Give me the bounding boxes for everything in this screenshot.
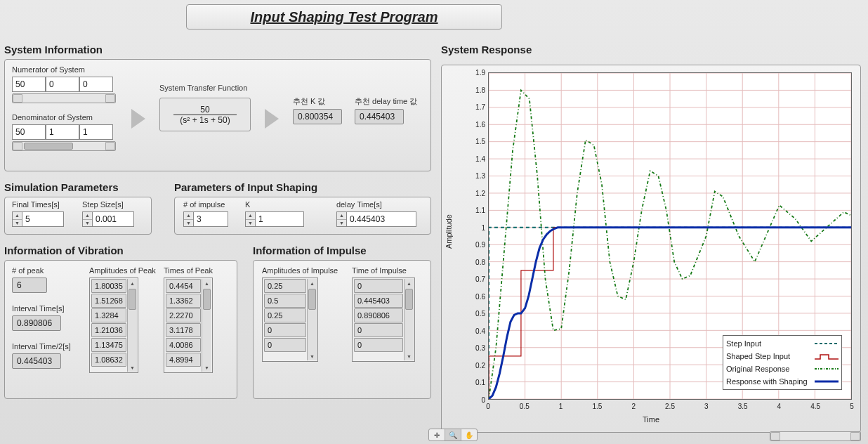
- numerator-0[interactable]: 50: [12, 77, 46, 92]
- transfer-function-display: 50 (s² + 1s + 50): [159, 98, 251, 131]
- time-imp-list[interactable]: 0 0.445403 0.890806 0 0: [352, 278, 415, 362]
- ytick-label: 1.4: [475, 155, 485, 162]
- ytick-label: 0.4: [475, 327, 485, 334]
- xtick-label: 3: [704, 403, 709, 410]
- chart-tool-palette[interactable]: ✛ 🔍 ✋: [428, 429, 478, 441]
- list-item: 0: [264, 323, 306, 337]
- panel-imp: Amplitudes of Impulse 0.25 0.5 0.25 0 0 …: [253, 260, 431, 399]
- halfinterval-value: 0.445403: [12, 353, 61, 369]
- xtick-label: 4: [777, 403, 782, 410]
- ytick-label: 1.6: [475, 120, 485, 128]
- panel-vib: # of peak 6 Interval Time[s] 0.890806 In…: [4, 260, 237, 399]
- legend-item: Response with Shaping: [726, 377, 808, 386]
- ytick-label: 0: [481, 396, 485, 404]
- legend-item: Step Input: [726, 339, 761, 348]
- list-item: 1.13475: [91, 338, 126, 352]
- npeak-value: 6: [12, 278, 47, 293]
- app-title-box: Input Shaping Test Program: [186, 4, 502, 30]
- list-item: 1.80035: [91, 279, 126, 293]
- time-imp-label: Time of Impulse: [352, 266, 407, 275]
- list-item: 0: [354, 338, 403, 352]
- numerator-scrollbar[interactable]: [12, 93, 116, 103]
- k-stepper[interactable]: ▲▼: [245, 211, 255, 227]
- ytick-label: 1: [481, 223, 485, 231]
- numerator-1[interactable]: 0: [46, 77, 79, 92]
- ytick-label: 1.5: [475, 138, 485, 145]
- scrollbar-vertical[interactable]: [307, 279, 317, 360]
- interval-label: Interval Time[s]: [12, 304, 65, 313]
- crosshair-icon[interactable]: ✛: [429, 429, 445, 440]
- k-input[interactable]: 1: [255, 211, 304, 227]
- list-item: 2.2270: [166, 308, 201, 322]
- xtick-label: 3.5: [738, 403, 748, 410]
- halfinterval-label: Interval Time/2[s]: [12, 342, 71, 351]
- delaytime-stepper[interactable]: ▲▼: [336, 211, 346, 227]
- denominator-scrollbar[interactable]: [12, 141, 116, 151]
- xtick-label: 0.5: [520, 403, 530, 410]
- list-item: 4.0086: [166, 338, 201, 352]
- finaltime-input[interactable]: 5: [22, 211, 64, 227]
- amp-imp-list[interactable]: 0.25 0.5 0.25 0 0: [262, 278, 318, 362]
- bottom-scrollbar[interactable]: [770, 431, 861, 441]
- panel-inshape: # of impulse ▲▼ 3 K ▲▼ 1 delay Time[s] ▲…: [174, 197, 431, 235]
- chart-panel: 00.10.20.30.40.50.60.70.80.911.11.21.31.…: [441, 65, 861, 433]
- ytick-label: 1.2: [475, 189, 485, 197]
- chart-ylabel: Amplitude: [445, 214, 453, 249]
- tf-denominator: (s² + 1s + 50): [180, 115, 230, 125]
- list-item: 0.5: [264, 294, 306, 308]
- stepsize-stepper[interactable]: ▲▼: [82, 211, 92, 227]
- scrollbar-vertical[interactable]: [404, 279, 414, 360]
- denominator-1[interactable]: 1: [46, 124, 79, 140]
- amp-peak-label: Amplitudes of Peak: [89, 266, 156, 275]
- panel-sysinfo: Numerator of System 50 0 0 Denominator o…: [4, 59, 431, 171]
- ytick-label: 1.3: [475, 172, 485, 180]
- xtick-label: 2: [631, 403, 636, 410]
- section-resp: System Response: [441, 44, 532, 56]
- chart-xlabel: Time: [442, 415, 860, 424]
- list-item: 0: [264, 338, 306, 352]
- ytick-label: 1.7: [475, 103, 485, 111]
- xtick-label: 0: [486, 403, 490, 410]
- ytick-label: 0.9: [475, 241, 485, 249]
- nimp-label: # of impulse: [183, 200, 225, 209]
- denominator-0[interactable]: 50: [12, 124, 46, 140]
- amp-imp-label: Amplitudes of Impulse: [262, 266, 338, 275]
- rec-delay-value: 0.445403: [355, 109, 404, 124]
- section-simparams: Simulation Parameters: [4, 181, 119, 193]
- delaytime-label: delay Time[s]: [336, 200, 382, 209]
- list-item: 1.3362: [166, 294, 201, 308]
- list-item: 0: [354, 323, 403, 337]
- scrollbar-vertical[interactable]: [202, 279, 211, 372]
- scrollbar-vertical[interactable]: [127, 279, 137, 372]
- list-item: 4.8994: [166, 353, 201, 367]
- zoom-icon[interactable]: 🔍: [445, 429, 461, 440]
- tf-label: System Transfer Function: [159, 84, 247, 92]
- ytick-label: 0.2: [475, 361, 485, 369]
- tf-numerator: 50: [173, 105, 237, 115]
- npeak-label: # of peak: [12, 266, 44, 275]
- time-peak-list[interactable]: 0.4454 1.3362 2.2270 3.1178 4.0086 4.899…: [164, 278, 213, 373]
- list-item: 0: [354, 279, 403, 293]
- nimp-stepper[interactable]: ▲▼: [183, 211, 193, 227]
- numerator-2[interactable]: 0: [79, 77, 113, 92]
- denominator-2[interactable]: 1: [79, 124, 113, 140]
- legend-item: Shaped Step Input: [726, 352, 790, 360]
- finaltime-label: Final Times[s]: [12, 200, 60, 209]
- ytick-label: 0.5: [475, 310, 485, 318]
- ytick-label: 0.6: [475, 292, 485, 300]
- nimp-input[interactable]: 3: [193, 211, 228, 227]
- time-peak-label: Times of Peak: [164, 266, 213, 275]
- section-imp: Information of Impulse: [253, 244, 367, 256]
- finaltime-stepper[interactable]: ▲▼: [12, 211, 22, 227]
- ytick-label: 1.1: [475, 207, 485, 214]
- stepsize-input[interactable]: 0.001: [92, 211, 134, 227]
- amp-peak-list[interactable]: 1.80035 1.51268 1.3284 1.21036 1.13475 1…: [89, 278, 138, 373]
- list-item: 1.3284: [91, 308, 126, 322]
- list-item: 1.21036: [91, 323, 126, 337]
- pan-icon[interactable]: ✋: [461, 429, 477, 440]
- rec-k-label: 추천 K 값: [293, 96, 325, 107]
- ytick-label: 1.9: [475, 69, 485, 77]
- xtick-label: 5: [850, 403, 854, 410]
- list-item: 1.51268: [91, 294, 126, 308]
- delaytime-input[interactable]: 0.445403: [346, 211, 416, 227]
